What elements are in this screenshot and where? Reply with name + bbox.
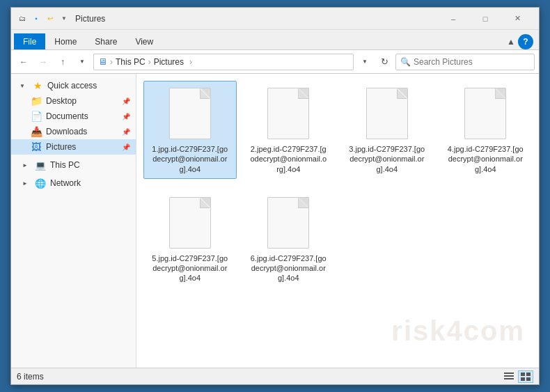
undo-icon: ↩ <box>45 13 56 24</box>
svg-rect-0 <box>504 373 514 374</box>
close-button[interactable]: ✕ <box>501 8 533 30</box>
dropdown-arrow[interactable]: ▼ <box>58 13 70 24</box>
forward-button[interactable]: → <box>35 54 52 70</box>
sidebar-item-quick-access[interactable]: ▼ ★ Quick access <box>11 78 136 93</box>
svg-rect-1 <box>504 375 514 377</box>
tab-file[interactable]: File <box>14 33 45 49</box>
minimize-button[interactable]: – <box>437 8 469 30</box>
list-view-button[interactable] <box>501 370 517 383</box>
file-item[interactable]: 5.jpg.id-C279F237.[godecrypt@onionmail.o… <box>143 190 237 288</box>
path-pictures[interactable]: Pictures <box>154 57 184 67</box>
sidebar-item-desktop[interactable]: 📁 Desktop 📌 <box>11 93 136 109</box>
file-name-6: 6.jpg.id-C279F237.[godecrypt@onionmail.o… <box>250 253 327 283</box>
path-icon: 🖥 <box>98 56 107 67</box>
item-count: 6 items <box>17 372 44 382</box>
svg-rect-5 <box>521 377 525 381</box>
file-name-1: 1.jpg.id-C279F237.[godecrypt@onionmail.o… <box>152 144 228 174</box>
svg-rect-2 <box>504 378 514 379</box>
maximize-button[interactable]: □ <box>469 8 501 30</box>
search-input[interactable] <box>414 57 530 67</box>
watermark: risk4com <box>391 315 525 347</box>
sidebar-item-this-pc[interactable]: ► 💻 This PC <box>11 157 136 173</box>
pin-icon-documents: 📌 <box>122 113 130 120</box>
ribbon: File Home Share View ▲ ? <box>11 30 539 50</box>
pin-icon-desktop: 📌 <box>122 97 130 105</box>
file-item[interactable]: 3.jpg.id-C279F237.[godecrypt@onionmail.o… <box>340 81 434 179</box>
chevron-down-icon: ▼ <box>17 80 28 91</box>
chevron-right-icon: ► <box>19 159 31 171</box>
file-name-4: 4.jpg.id-C279F237.[godecrypt@onionmail.o… <box>447 144 524 174</box>
search-box: 🔍 <box>395 54 535 70</box>
folder-icon-downloads: 📥 <box>31 126 42 137</box>
file-icon-2 <box>264 86 313 141</box>
tab-home[interactable]: Home <box>45 33 86 49</box>
folder-icon-documents: 📄 <box>31 111 42 122</box>
address-bar: ← → ↑ ▼ 🖥 › This PC › Pictures › ▼ ↻ 🔍 <box>11 50 539 74</box>
sidebar-label-this-pc: This PC <box>50 160 80 170</box>
ribbon-tabs: File Home Share View ▲ ? <box>11 30 539 49</box>
path-this-pc[interactable]: This PC <box>116 57 146 67</box>
recent-locations-button[interactable]: ▼ <box>74 54 91 70</box>
pin-icon-pictures: 📌 <box>122 143 130 151</box>
file-name-3: 3.jpg.id-C279F237.[godecrypt@onionmail.o… <box>349 144 425 174</box>
address-path: 🖥 › This PC › Pictures › <box>93 54 354 70</box>
collapse-ribbon-button[interactable]: ▲ <box>507 37 515 47</box>
address-dropdown-button[interactable]: ▼ <box>356 54 373 70</box>
title-bar-icons: 🗂 ▪ ↩ ▼ <box>17 13 70 24</box>
pc-icon: 💻 <box>35 159 46 171</box>
file-name-5: 5.jpg.id-C279F237.[godecrypt@onionmail.o… <box>152 253 228 283</box>
sidebar-item-downloads[interactable]: 📥 Downloads 📌 <box>11 124 136 139</box>
folder-icon-pictures: 🖼 <box>31 141 42 152</box>
sidebar-item-network[interactable]: ► 🌐 Network <box>11 175 136 191</box>
svg-rect-4 <box>526 373 531 376</box>
sidebar-label-downloads: Downloads <box>46 127 87 136</box>
sidebar-item-pictures[interactable]: 🖼 Pictures 📌 <box>11 139 136 155</box>
grid-view-button[interactable] <box>518 370 533 383</box>
window-title: Pictures <box>75 14 437 24</box>
file-item[interactable]: 6.jpg.id-C279F237.[godecrypt@onionmail.o… <box>242 190 336 288</box>
chevron-right-icon-network: ► <box>19 178 31 189</box>
pin-icon-downloads: 📌 <box>122 128 130 136</box>
search-icon: 🔍 <box>400 57 411 67</box>
back-button[interactable]: ← <box>15 54 32 70</box>
app-icon: 🗂 <box>17 13 28 24</box>
main-area: ▼ ★ Quick access 📁 Desktop 📌 📄 Documents… <box>11 74 539 368</box>
up-button[interactable]: ↑ <box>54 54 71 70</box>
network-icon: 🌐 <box>35 178 46 189</box>
file-icon-5 <box>166 195 214 251</box>
help-button[interactable]: ? <box>518 34 533 49</box>
quick-access-icon: ▪ <box>31 13 42 24</box>
folder-icon-desktop: 📁 <box>31 95 42 107</box>
sidebar-label-quick-access: Quick access <box>47 81 97 91</box>
tab-view[interactable]: View <box>126 33 162 49</box>
file-icon-1 <box>166 86 214 141</box>
refresh-button[interactable]: ↻ <box>376 54 393 70</box>
svg-rect-3 <box>521 373 525 376</box>
sidebar-item-documents[interactable]: 📄 Documents 📌 <box>11 109 136 124</box>
sidebar-label-pictures: Pictures <box>46 142 76 152</box>
file-icon-4 <box>461 86 510 141</box>
file-icon-6 <box>264 195 313 251</box>
file-icon-3 <box>363 86 411 141</box>
file-name-2: 2.jpeg.id-C279F237.[godecrypt@onionmail.… <box>250 144 327 174</box>
window-controls: – □ ✕ <box>437 8 533 30</box>
file-item[interactable]: 1.jpg.id-C279F237.[godecrypt@onionmail.o… <box>143 81 237 179</box>
sidebar-label-documents: Documents <box>46 111 88 121</box>
sidebar-label-network: Network <box>50 178 81 188</box>
file-item[interactable]: 2.jpeg.id-C279F237.[godecrypt@onionmail.… <box>242 81 336 179</box>
view-buttons <box>501 370 533 383</box>
svg-rect-6 <box>526 377 531 381</box>
explorer-window: 🗂 ▪ ↩ ▼ Pictures – □ ✕ File Home Share V… <box>10 7 540 385</box>
star-icon: ★ <box>32 80 43 91</box>
file-item[interactable]: 4.jpg.id-C279F237.[godecrypt@onionmail.o… <box>439 81 533 179</box>
tab-share[interactable]: Share <box>86 33 126 49</box>
status-bar: 6 items <box>11 368 539 384</box>
sidebar: ▼ ★ Quick access 📁 Desktop 📌 📄 Documents… <box>11 74 136 368</box>
files-grid: 1.jpg.id-C279F237.[godecrypt@onionmail.o… <box>143 81 532 288</box>
sidebar-label-desktop: Desktop <box>46 96 77 106</box>
file-area: 1.jpg.id-C279F237.[godecrypt@onionmail.o… <box>136 74 539 368</box>
title-bar: 🗂 ▪ ↩ ▼ Pictures – □ ✕ <box>11 8 539 30</box>
